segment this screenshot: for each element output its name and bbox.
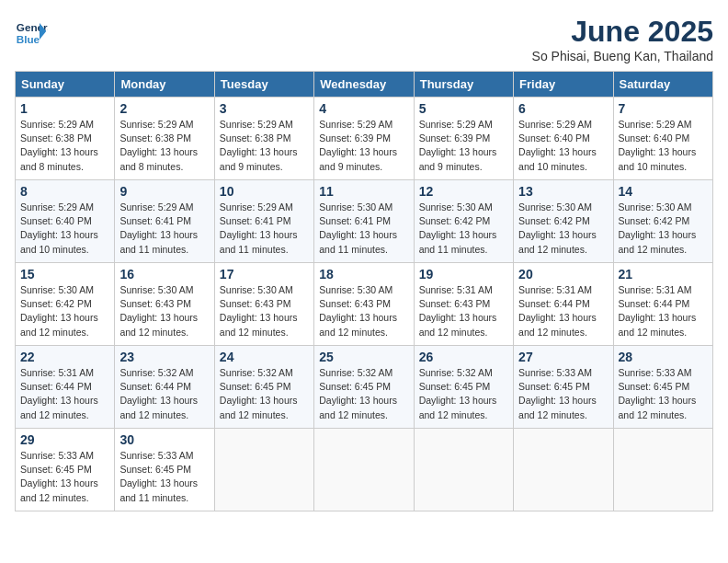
day-detail: Sunrise: 5:31 AM Sunset: 6:43 PM Dayligh… [419, 283, 508, 339]
calendar-cell: 18 Sunrise: 5:30 AM Sunset: 6:43 PM Dayl… [314, 263, 414, 346]
calendar-cell [514, 429, 613, 511]
day-detail: Sunrise: 5:31 AM Sunset: 6:44 PM Dayligh… [518, 283, 608, 339]
calendar-cell: 9 Sunrise: 5:29 AM Sunset: 6:41 PM Dayli… [115, 180, 214, 263]
day-detail: Sunrise: 5:29 AM Sunset: 6:40 PM Dayligh… [619, 118, 708, 174]
calendar-cell: 4 Sunrise: 5:29 AM Sunset: 6:39 PM Dayli… [314, 98, 414, 180]
calendar-cell: 14 Sunrise: 5:30 AM Sunset: 6:42 PM Dayl… [613, 180, 712, 263]
day-detail: Sunrise: 5:33 AM Sunset: 6:45 PM Dayligh… [20, 449, 109, 505]
logo: General Blue [15, 15, 48, 48]
day-number: 1 [20, 101, 109, 116]
calendar-cell: 1 Sunrise: 5:29 AM Sunset: 6:38 PM Dayli… [16, 98, 115, 180]
day-detail: Sunrise: 5:33 AM Sunset: 6:45 PM Dayligh… [619, 366, 708, 422]
month-title: June 2025 [532, 15, 713, 49]
day-number: 7 [619, 101, 708, 116]
calendar-cell: 15 Sunrise: 5:30 AM Sunset: 6:42 PM Dayl… [16, 263, 115, 346]
day-number: 25 [319, 350, 408, 364]
day-number: 29 [20, 432, 109, 447]
day-detail: Sunrise: 5:33 AM Sunset: 6:45 PM Dayligh… [119, 449, 209, 505]
day-number: 24 [220, 350, 309, 364]
calendar-cell: 6 Sunrise: 5:29 AM Sunset: 6:40 PM Dayli… [514, 98, 613, 180]
svg-text:Blue: Blue [17, 33, 40, 45]
day-detail: Sunrise: 5:32 AM Sunset: 6:45 PM Dayligh… [220, 366, 309, 422]
day-detail: Sunrise: 5:30 AM Sunset: 6:42 PM Dayligh… [20, 283, 109, 339]
day-detail: Sunrise: 5:32 AM Sunset: 6:44 PM Dayligh… [119, 366, 209, 422]
day-number: 22 [20, 350, 109, 364]
day-number: 27 [518, 350, 608, 364]
calendar-cell: 19 Sunrise: 5:31 AM Sunset: 6:43 PM Dayl… [414, 263, 513, 346]
day-number: 10 [220, 184, 309, 199]
day-number: 16 [119, 267, 209, 282]
day-detail: Sunrise: 5:29 AM Sunset: 6:41 PM Dayligh… [220, 201, 309, 257]
column-header-tuesday: Tuesday [214, 72, 313, 98]
calendar-table: SundayMondayTuesdayWednesdayThursdayFrid… [15, 71, 713, 511]
day-number: 13 [518, 184, 608, 199]
calendar-cell: 21 Sunrise: 5:31 AM Sunset: 6:44 PM Dayl… [613, 263, 712, 346]
calendar-cell: 11 Sunrise: 5:30 AM Sunset: 6:41 PM Dayl… [314, 180, 414, 263]
calendar-cell: 28 Sunrise: 5:33 AM Sunset: 6:45 PM Dayl… [613, 346, 712, 429]
day-detail: Sunrise: 5:33 AM Sunset: 6:45 PM Dayligh… [518, 366, 608, 422]
day-number: 20 [518, 267, 608, 282]
calendar-week-row: 1 Sunrise: 5:29 AM Sunset: 6:38 PM Dayli… [16, 98, 713, 180]
day-detail: Sunrise: 5:30 AM Sunset: 6:41 PM Dayligh… [319, 201, 408, 257]
calendar-cell: 29 Sunrise: 5:33 AM Sunset: 6:45 PM Dayl… [16, 429, 115, 511]
calendar-week-row: 8 Sunrise: 5:29 AM Sunset: 6:40 PM Dayli… [16, 180, 713, 263]
day-detail: Sunrise: 5:29 AM Sunset: 6:40 PM Dayligh… [518, 118, 608, 174]
calendar-cell: 10 Sunrise: 5:29 AM Sunset: 6:41 PM Dayl… [214, 180, 313, 263]
day-number: 3 [220, 101, 309, 116]
day-number: 12 [419, 184, 508, 199]
day-number: 23 [119, 350, 209, 364]
calendar-cell: 22 Sunrise: 5:31 AM Sunset: 6:44 PM Dayl… [16, 346, 115, 429]
calendar-cell: 5 Sunrise: 5:29 AM Sunset: 6:39 PM Dayli… [414, 98, 513, 180]
day-number: 14 [619, 184, 708, 199]
calendar-cell [613, 429, 712, 511]
column-header-friday: Friday [514, 72, 613, 98]
logo-icon: General Blue [15, 15, 48, 48]
day-detail: Sunrise: 5:30 AM Sunset: 6:42 PM Dayligh… [419, 201, 508, 257]
day-number: 21 [619, 267, 708, 282]
calendar-cell: 7 Sunrise: 5:29 AM Sunset: 6:40 PM Dayli… [613, 98, 712, 180]
calendar-week-row: 29 Sunrise: 5:33 AM Sunset: 6:45 PM Dayl… [16, 429, 713, 511]
day-detail: Sunrise: 5:31 AM Sunset: 6:44 PM Dayligh… [619, 283, 708, 339]
title-area: June 2025 So Phisai, Bueng Kan, Thailand [532, 15, 713, 63]
calendar-cell [214, 429, 313, 511]
calendar-cell [414, 429, 513, 511]
calendar-cell: 30 Sunrise: 5:33 AM Sunset: 6:45 PM Dayl… [115, 429, 214, 511]
day-number: 26 [419, 350, 508, 364]
day-number: 9 [119, 184, 209, 199]
calendar-cell: 2 Sunrise: 5:29 AM Sunset: 6:38 PM Dayli… [115, 98, 214, 180]
day-number: 5 [419, 101, 508, 116]
day-number: 15 [20, 267, 109, 282]
calendar-cell: 17 Sunrise: 5:30 AM Sunset: 6:43 PM Dayl… [214, 263, 313, 346]
calendar-cell: 24 Sunrise: 5:32 AM Sunset: 6:45 PM Dayl… [214, 346, 313, 429]
column-header-sunday: Sunday [16, 72, 115, 98]
day-detail: Sunrise: 5:29 AM Sunset: 6:38 PM Dayligh… [220, 118, 309, 174]
day-detail: Sunrise: 5:29 AM Sunset: 6:38 PM Dayligh… [20, 118, 109, 174]
day-detail: Sunrise: 5:31 AM Sunset: 6:44 PM Dayligh… [20, 366, 109, 422]
day-number: 2 [119, 101, 209, 116]
day-number: 4 [319, 101, 408, 116]
column-header-thursday: Thursday [414, 72, 513, 98]
column-header-wednesday: Wednesday [314, 72, 414, 98]
calendar-cell: 20 Sunrise: 5:31 AM Sunset: 6:44 PM Dayl… [514, 263, 613, 346]
day-detail: Sunrise: 5:30 AM Sunset: 6:42 PM Dayligh… [619, 201, 708, 257]
calendar-header-row: SundayMondayTuesdayWednesdayThursdayFrid… [16, 72, 713, 98]
day-number: 11 [319, 184, 408, 199]
day-detail: Sunrise: 5:29 AM Sunset: 6:41 PM Dayligh… [119, 201, 209, 257]
day-detail: Sunrise: 5:30 AM Sunset: 6:43 PM Dayligh… [119, 283, 209, 339]
day-number: 30 [119, 432, 209, 447]
day-detail: Sunrise: 5:29 AM Sunset: 6:39 PM Dayligh… [419, 118, 508, 174]
calendar-cell: 16 Sunrise: 5:30 AM Sunset: 6:43 PM Dayl… [115, 263, 214, 346]
day-number: 28 [619, 350, 708, 364]
calendar-week-row: 22 Sunrise: 5:31 AM Sunset: 6:44 PM Dayl… [16, 346, 713, 429]
calendar-cell: 8 Sunrise: 5:29 AM Sunset: 6:40 PM Dayli… [16, 180, 115, 263]
calendar-cell: 25 Sunrise: 5:32 AM Sunset: 6:45 PM Dayl… [314, 346, 414, 429]
calendar-cell: 26 Sunrise: 5:32 AM Sunset: 6:45 PM Dayl… [414, 346, 513, 429]
day-number: 19 [419, 267, 508, 282]
day-detail: Sunrise: 5:29 AM Sunset: 6:40 PM Dayligh… [20, 201, 109, 257]
day-detail: Sunrise: 5:30 AM Sunset: 6:43 PM Dayligh… [220, 283, 309, 339]
day-detail: Sunrise: 5:30 AM Sunset: 6:42 PM Dayligh… [518, 201, 608, 257]
column-header-saturday: Saturday [613, 72, 712, 98]
calendar-cell: 12 Sunrise: 5:30 AM Sunset: 6:42 PM Dayl… [414, 180, 513, 263]
calendar-cell: 13 Sunrise: 5:30 AM Sunset: 6:42 PM Dayl… [514, 180, 613, 263]
calendar-cell: 27 Sunrise: 5:33 AM Sunset: 6:45 PM Dayl… [514, 346, 613, 429]
